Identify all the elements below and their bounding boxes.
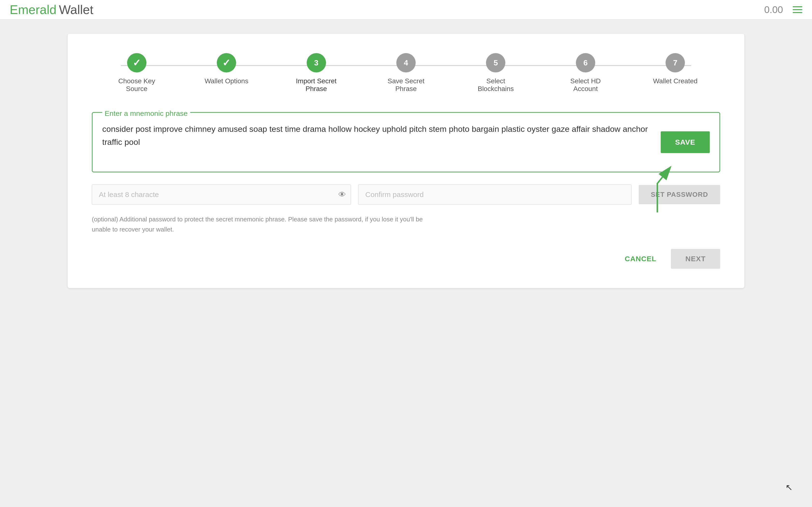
wizard-card: ✓ Choose Key Source ✓ Wallet Options 3 I… xyxy=(68,34,744,288)
step-3: 3 Import Secret Phrase xyxy=(271,53,361,93)
step-7: 7 Wallet Created xyxy=(630,53,720,85)
step-7-num: 7 xyxy=(673,58,677,67)
step-4: 4 Save Secret Phrase xyxy=(361,53,451,93)
mnemonic-label: Enter a mnemonic phrase xyxy=(102,109,190,118)
step-6: 6 Select HD Account xyxy=(541,53,630,93)
step-3-label: Import Secret Phrase xyxy=(292,77,341,93)
next-button[interactable]: NEXT xyxy=(671,249,720,269)
step-7-circle: 7 xyxy=(666,53,685,72)
step-4-label: Save Secret Phrase xyxy=(382,77,430,93)
step-1-circle: ✓ xyxy=(127,53,146,72)
step-6-circle: 6 xyxy=(576,53,595,72)
app-logo: Emerald Wallet xyxy=(10,2,93,17)
main-content: ✓ Choose Key Source ✓ Wallet Options 3 I… xyxy=(0,19,812,302)
optional-password-description: (optional) Additional password to protec… xyxy=(92,214,430,234)
step-6-num: 6 xyxy=(583,58,588,67)
mnemonic-wrapper: Enter a mnemonic phrase xyxy=(102,122,654,162)
step-3-num: 3 xyxy=(314,58,318,67)
arrow-annotation xyxy=(643,164,672,213)
header-right: 0.00 xyxy=(764,4,802,15)
password-input-wrapper: 👁 xyxy=(92,184,351,205)
step-4-num: 4 xyxy=(404,58,408,67)
step-2: ✓ Wallet Options xyxy=(182,53,271,85)
step-1-check: ✓ xyxy=(133,57,141,68)
step-4-circle: 4 xyxy=(396,53,416,72)
step-6-label: Select HD Account xyxy=(561,77,610,93)
step-2-label: Wallet Options xyxy=(205,77,248,85)
logo-emerald: Emerald xyxy=(10,2,57,17)
step-2-circle: ✓ xyxy=(217,53,236,72)
step-2-check: ✓ xyxy=(222,57,231,68)
step-5-circle: 5 xyxy=(486,53,505,72)
mnemonic-input[interactable] xyxy=(102,122,654,161)
stepper: ✓ Choose Key Source ✓ Wallet Options 3 I… xyxy=(92,53,720,93)
action-buttons: CANCEL NEXT xyxy=(92,249,720,269)
password-section: 👁 SET PASSWORD xyxy=(92,184,720,205)
step-5-num: 5 xyxy=(494,58,498,67)
step-1: ✓ Choose Key Source xyxy=(92,53,182,93)
password-input[interactable] xyxy=(92,184,351,205)
app-header: Emerald Wallet 0.00 xyxy=(0,0,812,19)
save-mnemonic-button[interactable]: SAVE xyxy=(661,131,710,153)
step-5: 5 Select Blockchains xyxy=(451,53,541,93)
logo-wallet: Wallet xyxy=(59,2,94,17)
show-password-icon[interactable]: 👁 xyxy=(338,190,346,199)
confirm-password-input[interactable] xyxy=(358,184,631,205)
mouse-cursor: ↖ xyxy=(785,483,793,493)
menu-icon[interactable] xyxy=(793,6,802,13)
step-1-label: Choose Key Source xyxy=(113,77,161,93)
step-3-circle: 3 xyxy=(307,53,326,72)
step-5-label: Select Blockchains xyxy=(471,77,520,93)
header-balance: 0.00 xyxy=(764,4,783,15)
step-7-label: Wallet Created xyxy=(653,77,698,85)
mnemonic-section: Enter a mnemonic phrase SAVE xyxy=(92,112,720,172)
cancel-button[interactable]: CANCEL xyxy=(615,250,666,268)
